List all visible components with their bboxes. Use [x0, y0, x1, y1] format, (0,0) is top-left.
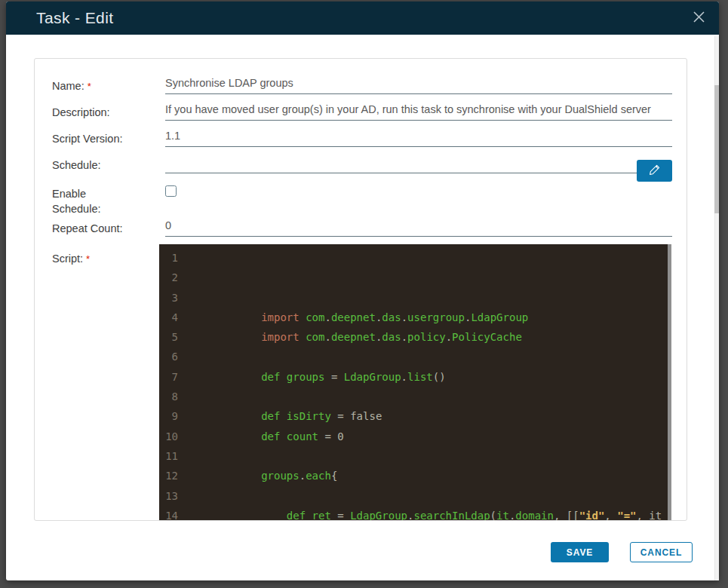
script-label: Script:* — [52, 251, 143, 267]
repeat-count-label: Repeat Count: — [52, 221, 143, 236]
form-row-schedule: Schedule: — [52, 154, 672, 176]
form-row-name: Name:* — [52, 75, 672, 97]
form-row-description: Description: — [52, 101, 672, 124]
repeat-count-input[interactable] — [165, 217, 672, 237]
script-editor[interactable]: 1234 import com.deepnet.das.usergroup.Ld… — [159, 244, 671, 521]
save-button[interactable]: SAVE — [551, 542, 609, 562]
editor-scrollbar[interactable] — [668, 244, 671, 521]
close-button[interactable] — [690, 10, 707, 26]
code-line: 12 groups.each{ — [159, 466, 671, 485]
code-line: 3 — [159, 288, 671, 308]
modal-backdrop: Task - Edit Name:* Description: Script V… — [0, 0, 728, 588]
code-line: 4 import com.deepnet.das.usergroup.LdapG… — [159, 308, 671, 327]
description-label: Description: — [52, 105, 143, 120]
code-line: 14 def ret = LdapGroup.searchInLdap(it.d… — [159, 506, 671, 521]
code-line: 2 — [159, 268, 671, 287]
form-row-repeat-count: Repeat Count: — [52, 217, 672, 240]
name-label: Name:* — [52, 78, 143, 94]
code-line: 13 — [159, 486, 671, 506]
close-icon — [693, 11, 705, 26]
code-line: 7 def groups = LdapGroup.list() — [159, 367, 671, 387]
cancel-button[interactable]: CANCEL — [630, 542, 693, 562]
code-line: 10 def count = 0 — [159, 427, 671, 446]
task-edit-dialog: Task - Edit Name:* Description: Script V… — [6, 2, 719, 580]
pencil-icon — [649, 164, 661, 178]
script-editor-lines: 1234 import com.deepnet.das.usergroup.Ld… — [159, 248, 671, 521]
schedule-input[interactable] — [165, 154, 672, 173]
name-input[interactable] — [165, 75, 672, 94]
enable-schedule-checkbox[interactable] — [165, 185, 177, 197]
modal-scrollbar-thumb[interactable] — [714, 85, 719, 213]
task-form: Name:* Description: Script Version: Sche… — [34, 58, 687, 521]
form-row-script-version: Script Version: — [52, 127, 672, 150]
schedule-label: Schedule: — [52, 158, 143, 173]
code-line: 5 import com.deepnet.das.policy.PolicyCa… — [159, 327, 671, 347]
required-asterisk: * — [86, 253, 90, 265]
code-line: 8 — [159, 387, 671, 406]
required-asterisk: * — [88, 81, 91, 92]
code-line: 11 — [159, 446, 671, 466]
code-line: 9 def isDirty = false — [159, 406, 671, 426]
description-input[interactable] — [165, 101, 672, 121]
code-line: 1 — [159, 248, 671, 268]
schedule-edit-button[interactable] — [637, 160, 672, 182]
dialog-header: Task - Edit — [6, 2, 719, 35]
script-version-label: Script Version: — [52, 131, 143, 146]
script-version-input[interactable] — [165, 127, 672, 147]
dialog-title: Task - Edit — [36, 9, 113, 27]
enable-schedule-label: Enable Schedule: — [52, 186, 112, 216]
code-line: 6 — [159, 347, 671, 366]
form-row-enable-schedule: Enable Schedule: — [52, 182, 672, 216]
